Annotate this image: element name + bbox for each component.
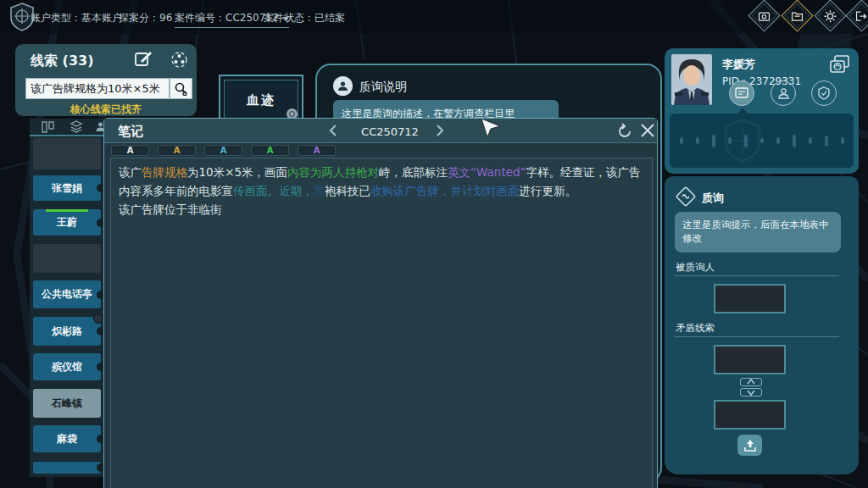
clue-item[interactable]: 王蔚 bbox=[33, 209, 101, 236]
inquiry-desc-avatar-icon bbox=[333, 76, 353, 96]
chevron-right-icon[interactable] bbox=[435, 124, 445, 137]
notes-case-number: CC250712 bbox=[352, 125, 428, 138]
notes-modal: 笔记 CC250712 A A A A A 该广告牌规格为10米×5米，画面内容… bbox=[103, 118, 658, 488]
character-card: 李媛芳 PID：23729331 bbox=[665, 48, 859, 174]
case-folder-button[interactable] bbox=[781, 0, 813, 32]
divider bbox=[675, 336, 839, 337]
active-tab-pointer bbox=[737, 108, 748, 114]
exit-icon bbox=[856, 10, 868, 22]
divider bbox=[675, 275, 839, 276]
clue-item-selected[interactable]: 石峰镇 bbox=[33, 389, 101, 418]
down-icon bbox=[747, 389, 755, 396]
shield-tab-button[interactable] bbox=[811, 80, 837, 106]
move-up-button[interactable] bbox=[740, 378, 762, 386]
inquiry-diamond-icon bbox=[675, 186, 697, 208]
notes-modal-header: 笔记 CC250712 bbox=[104, 119, 657, 143]
item-badge-icon bbox=[93, 313, 103, 324]
color-tab-cyan[interactable]: A bbox=[204, 145, 242, 156]
inquiry-tip: 这里是质询提示，后面在本地表中修改 bbox=[675, 212, 841, 252]
inquiry-panel: 质询 这里是质询提示，后面在本地表中修改 被质询人 矛盾线索 bbox=[665, 176, 859, 474]
character-name: 李媛芳 bbox=[722, 57, 755, 72]
conflict-drop-slot-1[interactable] bbox=[714, 345, 786, 374]
search-button[interactable] bbox=[170, 78, 192, 99]
conflict-label: 矛盾线索 bbox=[676, 322, 715, 335]
clue-item[interactable]: 殡仪馆 bbox=[33, 353, 101, 380]
target-drop-slot[interactable] bbox=[714, 284, 786, 313]
up-icon bbox=[747, 379, 755, 385]
compose-icon[interactable] bbox=[134, 50, 153, 69]
clues-title: 线索 (33) bbox=[31, 53, 93, 70]
game-screen: 账户类型：基本账户 探案分：96 案件编号：CC250712 案件状态：已结案 bbox=[0, 0, 868, 488]
settings-button[interactable] bbox=[814, 0, 846, 32]
sort-layers-icon[interactable] bbox=[70, 120, 83, 133]
search-gear-icon bbox=[174, 81, 189, 97]
clue-item[interactable]: 麻袋 bbox=[33, 425, 101, 452]
color-tab-white[interactable]: A bbox=[111, 145, 149, 156]
top-status-bar: 账户类型：基本账户 探案分：96 案件编号：CC250712 案件状态：已结案 bbox=[0, 0, 868, 34]
color-tab-green[interactable]: A bbox=[251, 145, 289, 156]
clue-slot-empty bbox=[33, 244, 101, 273]
account-type: 账户类型：基本账户 bbox=[31, 11, 122, 25]
clue-slot-empty bbox=[33, 138, 101, 169]
mouse-cursor bbox=[479, 116, 503, 140]
refresh-icon[interactable] bbox=[615, 122, 634, 141]
capture-button[interactable] bbox=[748, 0, 780, 32]
submit-icon bbox=[743, 439, 757, 452]
case-status: 案件状态：已结案 bbox=[264, 11, 345, 25]
notes-title: 笔记 bbox=[118, 124, 143, 140]
detective-score: 探案分：96 bbox=[119, 11, 172, 25]
clue-item[interactable]: 张雪娟 bbox=[33, 175, 101, 201]
conflict-drop-slot-2[interactable] bbox=[714, 400, 786, 430]
relation-graph-icon[interactable] bbox=[170, 50, 189, 69]
exit-button[interactable] bbox=[845, 0, 868, 32]
board-filter-icon[interactable] bbox=[42, 121, 54, 133]
green-marker bbox=[46, 209, 88, 212]
inquiry-desc-title: 质询说明 bbox=[359, 80, 407, 95]
submit-inquiry-button[interactable] bbox=[737, 435, 762, 456]
color-tab-orange[interactable]: A bbox=[158, 145, 196, 156]
color-tabs: A A A A A bbox=[104, 143, 657, 158]
clue-item-partial[interactable] bbox=[33, 462, 101, 474]
target-label: 被质询人 bbox=[676, 261, 715, 274]
color-tab-purple[interactable]: A bbox=[298, 145, 336, 156]
badge-tab-button[interactable] bbox=[729, 80, 754, 106]
switch-card-icon[interactable] bbox=[828, 53, 852, 77]
chevron-left-icon[interactable] bbox=[328, 124, 338, 137]
character-portrait bbox=[671, 54, 712, 105]
core-clues-status: 核心线索已找齐 bbox=[15, 103, 197, 117]
shield-icon bbox=[818, 86, 830, 100]
badge-icon bbox=[735, 87, 748, 99]
capture-icon bbox=[759, 10, 771, 22]
notes-text-area[interactable]: 该广告牌规格为10米×5米，画面内容为两人持枪对峙，底部标注英文“Wanted”… bbox=[110, 158, 653, 488]
clue-item[interactable]: 炽彬路 bbox=[33, 317, 101, 346]
clue-search-input[interactable] bbox=[25, 78, 170, 99]
profile-icon bbox=[777, 87, 790, 100]
timeline-scrubber[interactable] bbox=[670, 114, 854, 168]
profile-tab-button[interactable] bbox=[771, 80, 796, 106]
inquiry-title: 质询 bbox=[702, 191, 724, 206]
close-icon[interactable] bbox=[639, 122, 656, 139]
folder-icon bbox=[792, 10, 804, 22]
settings-icon bbox=[824, 9, 837, 22]
move-down-button[interactable] bbox=[740, 388, 762, 396]
clue-item[interactable]: 公共电话亭 bbox=[33, 280, 101, 308]
